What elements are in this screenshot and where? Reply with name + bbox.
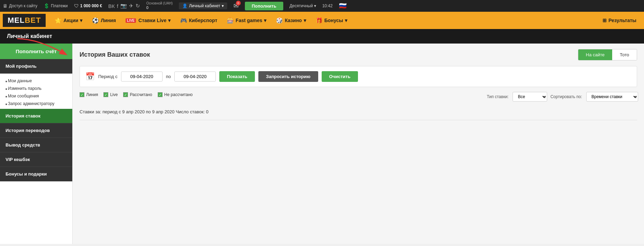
nav-fastgames[interactable]: 🎰 Fast games ▾ bbox=[222, 12, 271, 29]
checkbox-not-calculated[interactable]: ✓ Не рассчитано bbox=[158, 92, 193, 97]
user-icon: 👤 bbox=[182, 3, 187, 8]
sidebar: Пополнить счёт Мой профиль Мои данные Из… bbox=[0, 44, 73, 244]
period-label: Период с bbox=[98, 74, 118, 79]
chevron-down-icon: ▾ bbox=[80, 18, 82, 23]
date-to-input[interactable] bbox=[174, 72, 216, 82]
sidebar-sub-my-data[interactable]: Мои данные bbox=[6, 77, 67, 85]
facebook-icon[interactable]: f bbox=[117, 3, 118, 9]
sidebar-deposit-btn[interactable]: Пополнить счёт bbox=[0, 44, 72, 59]
type-label: Тип ставки: bbox=[487, 94, 508, 99]
show-btn[interactable]: Показать bbox=[219, 71, 255, 82]
filter-second-row: ✓ Линия ✓ Live ✓ Рассчитано ✓ Не рассчит… bbox=[80, 92, 637, 102]
balance[interactable]: 🛡 1 000 000 € bbox=[74, 3, 102, 9]
decimal-selector[interactable]: Десятичный ▾ bbox=[289, 3, 316, 8]
checkboxes-row: ✓ Линия ✓ Live ✓ Рассчитано ✓ Не рассчит… bbox=[80, 92, 193, 97]
sidebar-sub-admin[interactable]: Запрос администратору bbox=[6, 100, 67, 107]
checkbox-box-live: ✓ bbox=[103, 92, 108, 97]
time-display: 10:42 bbox=[322, 3, 333, 8]
sidebar-item-vip-cashback[interactable]: VIP кешбэк bbox=[0, 152, 72, 167]
nav-line[interactable]: ⚽ Линия bbox=[87, 12, 121, 29]
top-deposit-btn[interactable]: Пополнить bbox=[245, 2, 283, 10]
main-account: Основной (UAH) 0 bbox=[146, 1, 173, 10]
chevron-down-icon: ▾ bbox=[304, 18, 306, 23]
result-text: Ставки за: период с 9 апр 2020 по 9 апр … bbox=[80, 106, 637, 117]
divider bbox=[80, 120, 637, 120]
date-from-input[interactable] bbox=[121, 72, 163, 82]
sidebar-sub-messages[interactable]: Мои сообщения bbox=[6, 92, 67, 100]
payments[interactable]: 💲 Платежи bbox=[44, 3, 68, 9]
type-select[interactable]: Все bbox=[513, 92, 547, 102]
slot-icon: 🎰 bbox=[227, 17, 234, 24]
vk-icon[interactable]: ВК bbox=[108, 3, 115, 9]
main-content: Пополнить счёт Мой профиль Мои данные Из… bbox=[0, 44, 644, 244]
sidebar-sub-section: Мои данные Изменить пароль Мои сообщения… bbox=[0, 74, 72, 109]
nav-promotions[interactable]: ⭐ Акции ▾ bbox=[50, 12, 87, 29]
sidebar-item-my-profile[interactable]: Мой профиль bbox=[0, 59, 72, 74]
chevron-down-icon: ▾ bbox=[314, 3, 316, 8]
by-label: по bbox=[166, 74, 171, 79]
checkbox-box-line: ✓ bbox=[80, 92, 84, 97]
sidebar-item-bet-history[interactable]: История ставок bbox=[0, 109, 72, 123]
telegram-icon[interactable]: ✈ bbox=[129, 3, 134, 9]
language-flag[interactable]: 🇷🇺 bbox=[339, 2, 347, 10]
sidebar-item-bonuses[interactable]: Бонусы и подарки bbox=[0, 167, 72, 181]
nav-casino[interactable]: 🎲 Казино ▾ bbox=[271, 12, 311, 29]
personal-cabinet-btn[interactable]: 👤 Личный кабинет ▾ bbox=[179, 2, 227, 9]
access-site[interactable]: 🖥 Доступ к сайту bbox=[3, 3, 37, 9]
sort-label: Сортировать по: bbox=[550, 94, 582, 99]
instagram-icon[interactable]: 📷 bbox=[120, 3, 127, 9]
page-title: История Ваших ставок bbox=[80, 51, 150, 58]
nav-results[interactable]: ⊞ Результаты bbox=[598, 12, 641, 29]
tab-toto[interactable]: Тото bbox=[612, 49, 637, 60]
sort-select[interactable]: Времени ставки bbox=[586, 92, 638, 102]
checkbox-box-calculated: ✓ bbox=[123, 92, 128, 97]
social-icons: ВК f 📷 ✈ ↻ bbox=[108, 3, 140, 9]
results-icon: ⊞ bbox=[602, 18, 607, 23]
clear-btn[interactable]: Очистить bbox=[322, 71, 358, 82]
chevron-down-icon: ▾ bbox=[345, 18, 347, 23]
nav-live[interactable]: LIVE Ставки Live ▾ bbox=[121, 12, 175, 29]
gamepad-icon: 🎮 bbox=[180, 17, 187, 24]
sidebar-item-withdrawal[interactable]: Вывод средств bbox=[0, 138, 72, 152]
type-sort-row: Тип ставки: Все ▾ Сортировать по: Времен… bbox=[487, 92, 637, 102]
chevron-down-icon: ▾ bbox=[168, 18, 171, 23]
checkbox-calculated[interactable]: ✓ Рассчитано bbox=[123, 92, 152, 97]
monitor-icon: 🖥 bbox=[3, 3, 8, 9]
calendar-icon[interactable]: 📅 bbox=[85, 72, 95, 81]
checkbox-line[interactable]: ✓ Линия bbox=[80, 92, 98, 97]
nav-esport[interactable]: 🎮 Киберспорт bbox=[175, 12, 222, 29]
sidebar-item-transfer-history[interactable]: История переводов bbox=[0, 123, 72, 138]
live-badge: LIVE bbox=[126, 18, 136, 23]
messages-btn[interactable]: ✉ 0 bbox=[233, 2, 239, 10]
nav-bonuses[interactable]: 🎁 Бонусы ▾ bbox=[311, 12, 352, 29]
logo-mel: MEL bbox=[8, 16, 25, 25]
tab-site[interactable]: На сайте bbox=[578, 49, 612, 60]
soccer-icon: ⚽ bbox=[92, 17, 99, 24]
content-area: История Ваших ставок На сайте Тото 📅 Пер… bbox=[73, 44, 644, 244]
chevron-down-icon: ▾ bbox=[264, 18, 266, 23]
shield-icon: 🛡 bbox=[74, 3, 79, 9]
refresh-icon[interactable]: ↻ bbox=[136, 3, 140, 9]
cabinet-header: Личный кабинет bbox=[0, 29, 644, 44]
tab-group: На сайте Тото bbox=[578, 49, 637, 60]
filter-row: 📅 Период с по Показать Запросить историю… bbox=[80, 66, 637, 87]
gift-icon: 🎁 bbox=[316, 17, 323, 24]
checkbox-box-not-calculated: ✓ bbox=[158, 92, 163, 97]
nav-bar: MELBET ⭐ Акции ▾ ⚽ Линия LIVE Ставки Liv… bbox=[0, 12, 644, 29]
chevron-down-icon: ▾ bbox=[222, 3, 224, 8]
content-header: История Ваших ставок На сайте Тото bbox=[80, 49, 637, 60]
casino-icon: 🎲 bbox=[276, 17, 283, 24]
star-icon: ⭐ bbox=[55, 17, 62, 24]
sidebar-sub-change-password[interactable]: Изменить пароль bbox=[6, 85, 67, 92]
checkbox-live[interactable]: ✓ Live bbox=[103, 92, 118, 97]
logo-bet: BET bbox=[25, 16, 41, 25]
dollar-icon: 💲 bbox=[44, 3, 49, 9]
top-bar: 🖥 Доступ к сайту 💲 Платежи 🛡 1 000 000 €… bbox=[0, 0, 644, 12]
request-history-btn[interactable]: Запросить историю bbox=[258, 71, 318, 82]
logo[interactable]: MELBET bbox=[3, 14, 46, 27]
